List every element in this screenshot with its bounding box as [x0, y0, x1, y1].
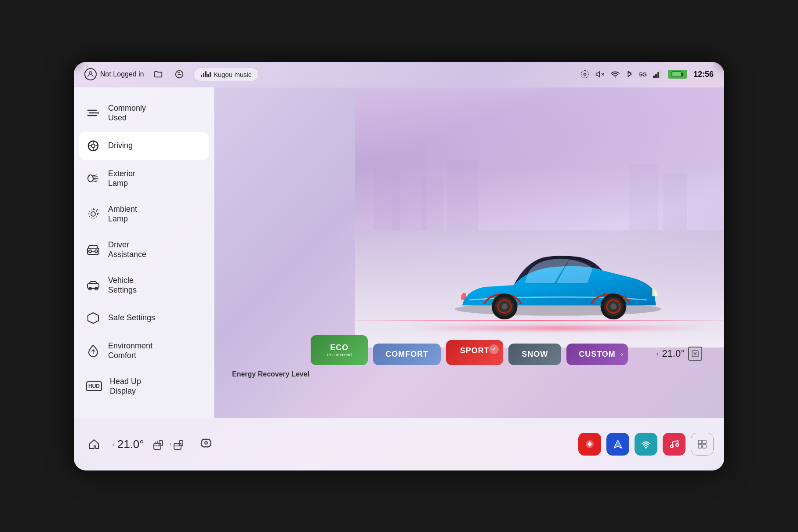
- building-6: [629, 164, 658, 230]
- app-icon-music[interactable]: [663, 433, 686, 456]
- sidebar-item-driving[interactable]: Driving: [79, 132, 209, 160]
- signal-icon: 5G: [639, 71, 647, 78]
- svg-point-0: [89, 72, 92, 74]
- svg-point-34: [89, 250, 91, 253]
- sidebar-item-exterior-lamp[interactable]: ExteriorLamp: [74, 162, 214, 195]
- custom-mode-button[interactable]: CUSTOM ›: [566, 344, 628, 365]
- app-icon-navigation[interactable]: [606, 433, 629, 456]
- svg-point-22: [88, 175, 93, 182]
- car-image: [447, 239, 669, 328]
- screen-content: Not Logged in: [74, 62, 724, 470]
- sidebar-item-ambient-lamp[interactable]: AmbientLamp: [74, 197, 214, 231]
- music-bars-icon: [201, 71, 211, 77]
- building-3: [421, 177, 443, 230]
- svg-point-28: [91, 212, 95, 216]
- svg-point-63: [645, 447, 647, 449]
- sidebar-item-driver-assistance[interactable]: DriverAssistance: [74, 233, 214, 267]
- temp-right-value: 21.0°: [662, 348, 685, 359]
- bottom-bar: ‹ 21.0° ›: [74, 418, 724, 470]
- svg-line-27: [93, 181, 97, 182]
- main-area: CommonlyUsed Driving: [74, 87, 724, 418]
- user-status-label: Not Logged in: [100, 70, 144, 78]
- sidebar-driver-assistance-label: DriverAssistance: [108, 240, 146, 260]
- svg-rect-7: [655, 74, 657, 78]
- sidebar-hud-label: Head UpDisplay: [110, 376, 141, 396]
- snow-mode-button[interactable]: SNOW: [508, 344, 561, 365]
- svg-line-23: [93, 175, 97, 176]
- temp-box-icon[interactable]: [688, 347, 702, 361]
- sidebar-vehicle-settings-label: VehicleSettings: [108, 275, 137, 295]
- svg-point-65: [676, 444, 678, 446]
- seat-icons-container: ›: [153, 437, 187, 451]
- temp-arrow-left: ‹: [657, 350, 659, 357]
- commonly-used-icon: [86, 106, 100, 120]
- user-icon: [84, 68, 97, 80]
- seat-heat-icon-2[interactable]: [173, 437, 187, 451]
- message-icon-btn[interactable]: [172, 67, 186, 81]
- sidebar-item-safe-settings[interactable]: Safe Settings: [74, 304, 214, 332]
- screen-bezel: Not Logged in: [74, 62, 724, 470]
- svg-point-45: [501, 304, 507, 309]
- snow-label: SNOW: [522, 350, 548, 358]
- building-4: [447, 160, 478, 230]
- user-info[interactable]: Not Logged in: [84, 68, 144, 80]
- svg-rect-69: [703, 445, 706, 448]
- ambient-lamp-icon: [86, 207, 100, 221]
- wifi-icon: [610, 70, 620, 78]
- music-pill[interactable]: Kugou music: [193, 68, 259, 81]
- steering-icon[interactable]: [200, 437, 213, 452]
- svg-point-29: [89, 210, 98, 218]
- sidebar-commonly-used-label: CommonlyUsed: [108, 103, 146, 123]
- sidebar-item-environment-comfort[interactable]: EnvironmentComfort: [74, 334, 214, 368]
- safe-settings-icon: [86, 311, 100, 325]
- temp-left-value: 21.0°: [117, 438, 144, 451]
- app-icon-wifi[interactable]: [635, 433, 657, 456]
- cell-signal-icon: [653, 70, 662, 78]
- comfort-mode-button[interactable]: COMFORT: [373, 344, 441, 365]
- app-icon-grid[interactable]: [691, 433, 714, 456]
- sidebar: CommonlyUsed Driving: [74, 87, 214, 418]
- folder-icon-btn[interactable]: [151, 67, 165, 81]
- svg-rect-12: [672, 72, 681, 76]
- app-icon-red[interactable]: [578, 433, 601, 456]
- sidebar-ambient-lamp-label: AmbientLamp: [108, 204, 137, 224]
- driving-icon: [86, 139, 100, 153]
- car-background: [355, 87, 724, 347]
- svg-rect-53: [154, 443, 161, 449]
- status-left: Not Logged in: [84, 67, 259, 81]
- mute-icon: [595, 70, 604, 79]
- svg-line-31: [97, 209, 98, 210]
- svg-point-5: [614, 76, 616, 78]
- bluetooth-icon: [626, 69, 633, 79]
- svg-rect-68: [698, 445, 702, 448]
- status-bar: Not Logged in: [74, 62, 724, 87]
- svg-rect-8: [657, 72, 659, 78]
- svg-point-49: [610, 304, 616, 309]
- environment-comfort-icon: [86, 344, 100, 358]
- temp-left-arrow: ‹: [112, 441, 115, 448]
- sport-mode-button[interactable]: SPORT ✓: [446, 340, 503, 365]
- building-5: [663, 173, 687, 230]
- temp-left-container: ‹ 21.0°: [112, 438, 144, 451]
- eco-mode-button[interactable]: ECO re-commend: [311, 335, 368, 365]
- sidebar-item-vehicle-settings[interactable]: VehicleSettings: [74, 268, 214, 302]
- exterior-lamp-icon: [86, 171, 100, 185]
- svg-point-35: [95, 250, 98, 253]
- home-button[interactable]: [84, 434, 104, 454]
- bottom-apps: [578, 433, 714, 456]
- sidebar-item-commonly-used[interactable]: CommonlyUsed: [74, 96, 214, 130]
- svg-marker-62: [614, 440, 622, 448]
- time-display: 12:56: [693, 70, 714, 79]
- sidebar-item-hud[interactable]: HUD Head UpDisplay: [74, 369, 214, 403]
- svg-rect-11: [682, 73, 683, 76]
- svg-rect-6: [653, 76, 655, 78]
- hud-icon: HUD: [86, 381, 102, 391]
- driver-assistance-icon: [86, 242, 100, 257]
- vehicle-settings-icon: [86, 278, 100, 292]
- svg-point-64: [671, 445, 673, 448]
- seat-heat-icon[interactable]: [153, 437, 167, 451]
- energy-recovery-label: Energy Recovery Level: [232, 370, 309, 378]
- svg-point-2: [584, 73, 586, 76]
- svg-rect-67: [703, 440, 706, 444]
- battery-icon: [668, 70, 687, 79]
